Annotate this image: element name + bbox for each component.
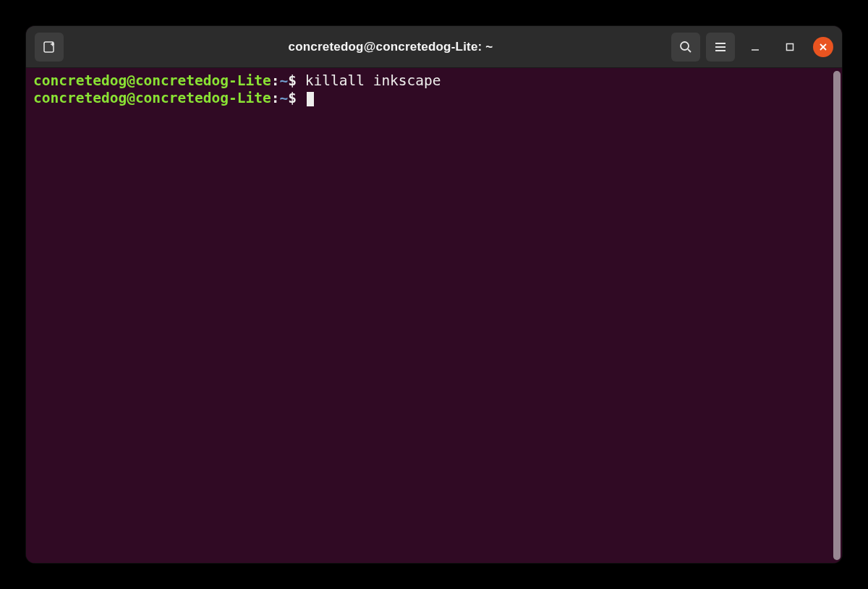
terminal-line: concretedog@concretedog-Lite:~$	[33, 90, 835, 107]
prompt-path: ~	[279, 72, 288, 89]
svg-rect-9	[787, 43, 793, 50]
command-text	[297, 90, 305, 106]
cursor	[307, 92, 314, 106]
prompt-colon: :	[271, 90, 280, 106]
scrollbar[interactable]	[833, 71, 841, 560]
menu-button[interactable]	[706, 33, 735, 62]
prompt-dollar: $	[288, 72, 297, 89]
close-icon	[818, 42, 828, 52]
minimize-button[interactable]	[741, 33, 770, 62]
prompt-path: ~	[279, 90, 288, 106]
minimize-icon	[750, 42, 760, 52]
titlebar[interactable]: concretedog@concretedog-Lite: ~	[26, 26, 842, 68]
prompt-colon: :	[271, 72, 280, 89]
svg-line-4	[688, 49, 691, 52]
new-tab-button[interactable]	[35, 33, 64, 62]
maximize-button[interactable]	[775, 33, 804, 62]
prompt-dollar: $	[288, 90, 297, 106]
search-icon	[679, 41, 692, 54]
svg-point-3	[681, 42, 689, 50]
close-button[interactable]	[813, 37, 833, 57]
hamburger-icon	[714, 41, 727, 54]
prompt-userhost: concretedog@concretedog-Lite	[33, 72, 271, 89]
titlebar-right	[602, 33, 833, 62]
new-tab-icon	[42, 40, 56, 54]
maximize-icon	[785, 42, 795, 52]
terminal-line: concretedog@concretedog-Lite:~$ killall …	[33, 72, 835, 90]
command-text: killall inkscape	[297, 72, 441, 89]
terminal-body[interactable]: concretedog@concretedog-Lite:~$ killall …	[26, 68, 842, 563]
window-title: concretedog@concretedog-Lite: ~	[185, 40, 596, 54]
search-button[interactable]	[671, 33, 700, 62]
prompt-userhost: concretedog@concretedog-Lite	[33, 90, 271, 106]
titlebar-left	[35, 33, 179, 62]
terminal-window: concretedog@concretedog-Lite: ~	[26, 26, 842, 563]
